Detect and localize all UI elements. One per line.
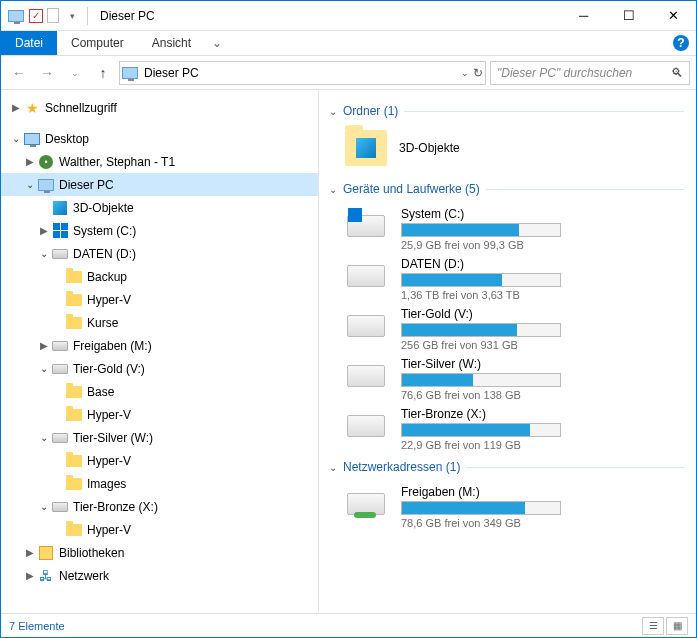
recent-dropdown-icon[interactable]: ⌄ [63,61,87,85]
address-bar: ← → ⌄ ↑ Dieser PC ⌄ ↻ "Dieser PC" durchs… [1,56,696,90]
drive-icon [51,360,69,378]
drive-icon [345,311,387,341]
usage-bar [401,423,561,437]
ribbon-expand-icon[interactable]: ⌄ [205,31,229,55]
usage-bar [401,501,561,515]
drive-icon [51,429,69,447]
chevron-down-icon: ⌄ [329,184,337,195]
titlebar: ✓ ▾ Dieser PC ─ ☐ ✕ [1,1,696,31]
tab-view[interactable]: Ansicht [138,31,205,55]
group-folders[interactable]: ⌄ Ordner (1) [329,104,684,118]
folder-icon [65,452,83,470]
star-icon: ★ [23,99,41,117]
folder-icon [65,268,83,286]
item-drive[interactable]: Tier-Gold (V:)256 GB frei von 931 GB [329,304,684,354]
user-icon: • [37,153,55,171]
item-3d-objects[interactable]: 3D-Objekte [329,126,684,176]
group-drives[interactable]: ⌄ Geräte und Laufwerke (5) [329,182,684,196]
pc-icon [122,67,138,79]
tree-libraries[interactable]: ▶Bibliotheken [1,541,318,564]
content-pane[interactable]: ⌄ Ordner (1) 3D-Objekte ⌄ Geräte und Lau… [319,90,696,613]
tree-images[interactable]: Images [1,472,318,495]
item-drive[interactable]: System (C:)25,9 GB frei von 99,3 GB [329,204,684,254]
maximize-button[interactable]: ☐ [606,1,651,31]
drive-icon [51,337,69,355]
usage-bar [401,373,561,387]
drive-icon [345,361,387,391]
tab-file[interactable]: Datei [1,31,57,55]
up-button[interactable]: ↑ [91,61,115,85]
tree-desktop[interactable]: ⌄Desktop [1,127,318,150]
tree-network[interactable]: ▶🖧Netzwerk [1,564,318,587]
item-network-location[interactable]: Freigaben (M:) 78,6 GB frei von 349 GB [329,482,684,532]
explorer-window: ✓ ▾ Dieser PC ─ ☐ ✕ Datei Computer Ansic… [0,0,697,638]
desktop-icon [23,130,41,148]
group-network[interactable]: ⌄ Netzwerkadressen (1) [329,460,684,474]
tree-daten-d[interactable]: ⌄DATEN (D:) [1,242,318,265]
chevron-down-icon: ⌄ [329,106,337,117]
drive-icon [51,498,69,516]
drive-icon [51,245,69,263]
close-button[interactable]: ✕ [651,1,696,31]
minimize-button[interactable]: ─ [561,1,606,31]
search-input[interactable]: "Dieser PC" durchsuchen 🔍︎ [490,61,690,85]
forward-button[interactable]: → [35,61,59,85]
status-bar: 7 Elemente ☰ ▦ [1,613,696,637]
folder-icon [65,406,83,424]
folder-icon [65,314,83,332]
pc-icon [7,7,25,25]
network-drive-icon [345,489,387,519]
tree-quick-access[interactable]: ▶★Schnellzugriff [1,96,318,119]
search-icon[interactable]: 🔍︎ [671,66,683,80]
window-title: Dieser PC [100,9,155,23]
tree-user[interactable]: ▶•Walther, Stephan - T1 [1,150,318,173]
tree-freigaben-m[interactable]: ▶Freigaben (M:) [1,334,318,357]
tree-hyperv-d[interactable]: Hyper-V [1,288,318,311]
tree-tier-gold[interactable]: ⌄Tier-Gold (V:) [1,357,318,380]
view-details-button[interactable]: ☰ [642,617,664,635]
usage-bar [401,273,561,287]
ribbon: Datei Computer Ansicht ⌄ ? [1,31,696,56]
chevron-down-icon: ⌄ [329,462,337,473]
tab-computer[interactable]: Computer [57,31,138,55]
drive-icon [345,411,387,441]
windows-icon [51,222,69,240]
body: ▶★Schnellzugriff ⌄Desktop ▶•Walther, Ste… [1,90,696,613]
item-drive[interactable]: Tier-Bronze (X:)22,9 GB frei von 119 GB [329,404,684,454]
tree-hyperv-w[interactable]: Hyper-V [1,449,318,472]
tree-base[interactable]: Base [1,380,318,403]
address-dropdown-icon[interactable]: ⌄ [461,68,469,78]
network-icon: 🖧 [37,567,55,585]
drive-icon [345,211,387,241]
qat-dropdown-icon[interactable]: ▾ [63,7,81,25]
tree-this-pc[interactable]: ⌄Dieser PC [1,173,318,196]
tree-hyperv-v[interactable]: Hyper-V [1,403,318,426]
tree-hyperv-x[interactable]: Hyper-V [1,518,318,541]
checkbox-icon[interactable]: ✓ [29,9,43,23]
item-drive[interactable]: DATEN (D:)1,36 TB frei von 3,63 TB [329,254,684,304]
address-box[interactable]: Dieser PC ⌄ ↻ [119,61,486,85]
tree-backup[interactable]: Backup [1,265,318,288]
search-placeholder: "Dieser PC" durchsuchen [497,66,632,80]
refresh-icon[interactable]: ↻ [473,66,483,80]
view-tiles-button[interactable]: ▦ [666,617,688,635]
tree-3d-objects[interactable]: 3D-Objekte [1,196,318,219]
nav-tree[interactable]: ▶★Schnellzugriff ⌄Desktop ▶•Walther, Ste… [1,90,319,613]
folder-icon [65,291,83,309]
quick-access-toolbar: ✓ ▾ [7,7,81,25]
folder-icon [345,130,387,166]
folder-icon [65,383,83,401]
usage-bar [401,223,561,237]
help-button[interactable]: ? [666,31,696,55]
item-drive[interactable]: Tier-Silver (W:)76,6 GB frei von 138 GB [329,354,684,404]
cube-icon [51,199,69,217]
tree-kurse[interactable]: Kurse [1,311,318,334]
tree-system-c[interactable]: ▶System (C:) [1,219,318,242]
tree-tier-bronze[interactable]: ⌄Tier-Bronze (X:) [1,495,318,518]
doc-icon[interactable] [47,8,59,23]
back-button[interactable]: ← [7,61,31,85]
library-icon [37,544,55,562]
folder-icon [65,521,83,539]
tree-tier-silver[interactable]: ⌄Tier-Silver (W:) [1,426,318,449]
breadcrumb[interactable]: Dieser PC [144,66,199,80]
